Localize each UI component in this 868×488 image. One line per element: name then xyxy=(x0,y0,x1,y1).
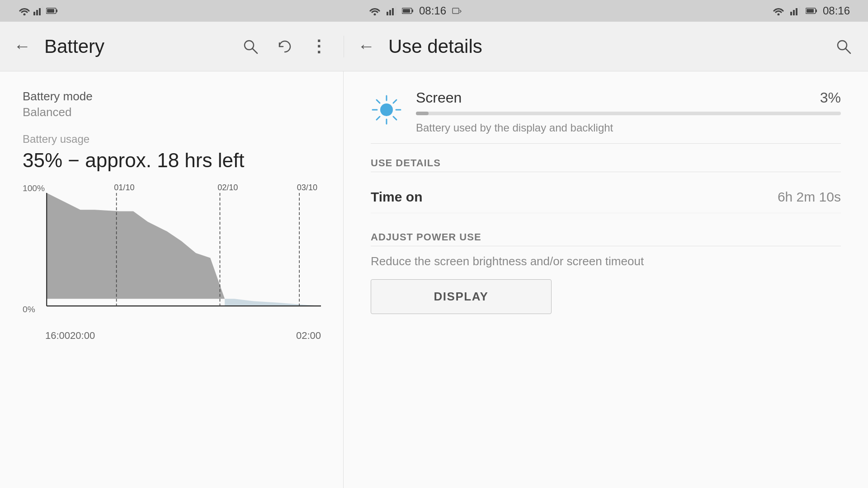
adjust-description: Reduce the screen brightness and/or scre… xyxy=(371,253,841,270)
use-details-section-header: USE DETAILS xyxy=(371,153,841,172)
svg-point-8 xyxy=(373,14,376,16)
svg-rect-19 xyxy=(793,10,795,15)
battery-title: Battery xyxy=(44,36,226,57)
battery-mode-label: Battery mode xyxy=(23,89,321,103)
time-right: 08:16 xyxy=(823,5,850,17)
svg-line-28 xyxy=(846,49,850,53)
svg-rect-11 xyxy=(392,8,394,15)
left-panel: Battery mode Balanced Battery usage 35% … xyxy=(0,71,344,488)
x-label-1600: 16:00 xyxy=(45,330,70,342)
use-details-title: Use details xyxy=(388,36,819,57)
battery-usage-title: Battery usage xyxy=(23,133,321,145)
screen-rotate-icon xyxy=(452,7,462,15)
status-icons-left xyxy=(18,6,58,15)
svg-text:01/10: 01/10 xyxy=(114,183,134,192)
status-bar: 08:16 08:16 xyxy=(0,0,868,22)
signal-icon-right xyxy=(790,6,800,15)
svg-rect-18 xyxy=(790,12,792,15)
time-on-row: Time on 6h 2m 10s xyxy=(371,181,841,213)
signal-icon-center xyxy=(387,6,396,15)
svg-rect-20 xyxy=(796,8,797,15)
adjust-power-section: ADJUST POWER USE Reduce the screen brigh… xyxy=(371,227,841,314)
svg-rect-10 xyxy=(389,10,391,15)
svg-line-49 xyxy=(377,117,380,120)
screen-progress-fill xyxy=(416,112,429,115)
svg-rect-15 xyxy=(403,9,410,13)
svg-rect-14 xyxy=(412,9,413,12)
status-bar-center: 08:16 xyxy=(368,5,462,17)
header: ← Battery ⋮ ← Use details xyxy=(0,22,868,71)
svg-line-46 xyxy=(377,100,380,103)
svg-line-26 xyxy=(253,49,257,53)
chart-x-labels: 16:00 20:00 02:00 xyxy=(23,330,321,342)
svg-point-25 xyxy=(245,41,254,50)
display-button[interactable]: DISPLAY xyxy=(371,279,552,314)
svg-line-48 xyxy=(393,100,396,103)
svg-rect-6 xyxy=(56,9,57,12)
back-button-left[interactable]: ← xyxy=(14,37,31,56)
battery-mode-value: Balanced xyxy=(23,105,321,119)
battery-icon-right xyxy=(806,7,817,14)
svg-rect-7 xyxy=(47,9,54,13)
svg-rect-9 xyxy=(387,12,388,15)
header-right: ← Use details xyxy=(344,36,868,57)
wifi-icon-center xyxy=(368,6,381,15)
screen-description: Battery used by the display and backligh… xyxy=(416,122,841,134)
svg-text:100%: 100% xyxy=(23,183,45,193)
search-button-right[interactable] xyxy=(833,36,854,57)
wifi-icon-left xyxy=(18,6,31,15)
right-panel: Screen 3% Battery used by the display an… xyxy=(344,71,868,488)
battery-mode-section: Battery mode Balanced xyxy=(23,89,321,119)
more-button[interactable]: ⋮ xyxy=(308,36,330,57)
header-left-icons: ⋮ xyxy=(240,36,330,57)
chart-svg: 100% 0% 01/10 xyxy=(23,181,321,325)
svg-rect-16 xyxy=(453,8,459,14)
adjust-power-section-header: ADJUST POWER USE xyxy=(371,227,841,246)
svg-marker-32 xyxy=(225,299,321,306)
screen-header: Screen 3% xyxy=(416,89,841,106)
svg-rect-3 xyxy=(39,8,41,15)
screen-percent: 3% xyxy=(820,89,841,106)
svg-text:03/10: 03/10 xyxy=(297,183,317,192)
header-left: ← Battery ⋮ xyxy=(0,36,344,57)
time-on-label: Time on xyxy=(371,189,422,205)
svg-point-0 xyxy=(24,14,26,16)
svg-point-27 xyxy=(838,41,847,50)
status-bar-right: 08:16 xyxy=(772,5,850,17)
svg-point-17 xyxy=(777,14,779,16)
svg-rect-4 xyxy=(42,6,43,15)
signal-icon-left xyxy=(33,6,43,15)
svg-rect-21 xyxy=(798,6,800,15)
screen-info: Screen 3% Battery used by the display an… xyxy=(416,89,841,134)
screen-title: Screen xyxy=(416,89,462,106)
screen-section: Screen 3% Battery used by the display an… xyxy=(371,89,841,144)
screen-progress-bar xyxy=(416,112,841,115)
battery-icon-left xyxy=(46,7,58,14)
search-button-left[interactable] xyxy=(240,36,261,57)
x-label-2000: 20:00 xyxy=(70,330,95,342)
time-on-value: 6h 2m 10s xyxy=(778,189,841,205)
battery-icon-center xyxy=(402,7,414,14)
time-center: 08:16 xyxy=(419,5,446,17)
battery-usage-section: Battery usage 35% − approx. 18 hrs left … xyxy=(23,133,321,325)
svg-line-47 xyxy=(393,117,396,120)
main-content: Battery mode Balanced Battery usage 35% … xyxy=(0,71,868,488)
sun-icon xyxy=(371,94,402,126)
back-button-right[interactable]: ← xyxy=(358,37,375,56)
x-label-0200: 02:00 xyxy=(296,330,321,342)
svg-rect-24 xyxy=(807,9,814,13)
svg-marker-31 xyxy=(47,193,234,299)
battery-chart: 100% 0% 01/10 xyxy=(23,181,321,325)
wifi-icon-right xyxy=(772,6,785,15)
refresh-button[interactable] xyxy=(274,36,296,57)
svg-text:02/10: 02/10 xyxy=(217,183,238,192)
svg-rect-23 xyxy=(816,9,817,12)
svg-rect-1 xyxy=(33,12,35,15)
battery-summary: 35% − approx. 18 hrs left xyxy=(23,149,321,172)
svg-rect-12 xyxy=(395,6,396,15)
svg-text:0%: 0% xyxy=(23,305,35,314)
svg-rect-2 xyxy=(36,10,38,15)
svg-point-41 xyxy=(380,103,393,116)
